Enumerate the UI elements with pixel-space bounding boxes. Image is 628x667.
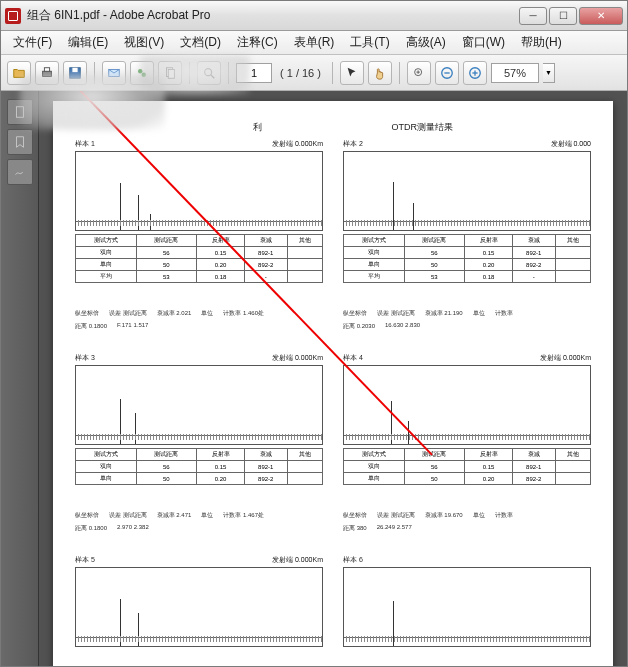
data-table: 测试方式测试距离反射率衰减其他 双向560.15892-1 单向500.2089… <box>343 234 591 283</box>
bookmarks-button[interactable] <box>7 129 33 155</box>
maximize-button[interactable]: ☐ <box>549 7 577 25</box>
hand-tool-button[interactable] <box>368 61 392 85</box>
menu-tool[interactable]: 工具(T) <box>342 31 397 54</box>
chart-title: 样本 2 <box>343 139 363 149</box>
svg-point-6 <box>142 72 146 76</box>
titlebar: 组合 6IN1.pdf - Adobe Acrobat Pro ─ ☐ ✕ <box>1 1 627 31</box>
svg-rect-0 <box>43 71 52 76</box>
save-button[interactable] <box>63 61 87 85</box>
menu-form[interactable]: 表单(R) <box>286 31 343 54</box>
menu-edit[interactable]: 编辑(E) <box>60 31 116 54</box>
svg-point-5 <box>138 69 142 73</box>
marquee-zoom-button[interactable] <box>407 61 431 85</box>
chart-panel-2: 样本 2发射端 0.000 测试方式测试距离反射率衰减其他 双向560.1589… <box>343 139 591 283</box>
chart-title: 样本 4 <box>343 353 363 363</box>
toolbar-sep5 <box>399 62 400 84</box>
content-area: 利 OTDR测量结果 样本 1发射端 0.000Km <box>1 91 627 666</box>
chart-panel-4: 样本 4发射端 0.000Km 测试方式测试距离反射率衰减其他 双向560.15… <box>343 353 591 485</box>
data-table: 测试方式测试距离反射率衰减其他 双向560.15892-1 单向500.2089… <box>75 448 323 485</box>
data-table: 测试方式测试距离反射率衰减其他 双向560.15892-1 单向500.2089… <box>343 448 591 485</box>
app-window: 组合 6IN1.pdf - Adobe Acrobat Pro ─ ☐ ✕ 文件… <box>0 0 628 667</box>
print-button[interactable] <box>35 61 59 85</box>
chart-range: 发射端 0.000 <box>551 139 591 149</box>
toolbar-sep <box>94 62 95 84</box>
pages-thumbnail-button[interactable] <box>7 99 33 125</box>
select-tool-button[interactable] <box>340 61 364 85</box>
chart-title: 样本 3 <box>75 353 95 363</box>
page-total-label: ( 1 / 16 ) <box>276 67 325 79</box>
menu-file[interactable]: 文件(F) <box>5 31 60 54</box>
svg-rect-19 <box>16 107 23 118</box>
acrobat-icon <box>5 8 21 24</box>
document-viewport[interactable]: 利 OTDR测量结果 样本 1发射端 0.000Km <box>39 91 627 666</box>
chart-range: 发射端 0.000Km <box>272 139 323 149</box>
menu-advanced[interactable]: 高级(A) <box>398 31 454 54</box>
chart-title: 样本 1 <box>75 139 95 149</box>
signatures-button[interactable] <box>7 159 33 185</box>
summary-row-2: 纵坐标倍误差 测试距离衰减率 2.471单位计数率 1.467处 距离 0.18… <box>75 507 591 533</box>
doc-header-left: 利 <box>253 121 262 134</box>
chart-row-2: 样本 3发射端 0.000Km 测试方式测试距离反射率衰减其他 双向560.15… <box>75 353 591 485</box>
page-number-input[interactable] <box>236 63 272 83</box>
menu-view[interactable]: 视图(V) <box>116 31 172 54</box>
zoom-out-button[interactable] <box>435 61 459 85</box>
open-button[interactable] <box>7 61 31 85</box>
nav-panel <box>1 91 39 666</box>
spectrum-chart <box>75 567 323 647</box>
toolbar-sep2 <box>189 62 190 84</box>
spectrum-chart <box>343 151 591 231</box>
minimize-button[interactable]: ─ <box>519 7 547 25</box>
svg-point-9 <box>205 68 212 75</box>
chart-range: 发射端 0.000Km <box>272 555 323 565</box>
pages-button[interactable] <box>158 61 182 85</box>
menu-help[interactable]: 帮助(H) <box>513 31 570 54</box>
zoom-in-button[interactable] <box>463 61 487 85</box>
chart-panel-1: 样本 1发射端 0.000Km 测试方式测试距离反射率衰减其他 双向560.15… <box>75 139 323 283</box>
svg-rect-1 <box>44 67 49 71</box>
chart-panel-3: 样本 3发射端 0.000Km 测试方式测试距离反射率衰减其他 双向560.15… <box>75 353 323 485</box>
chart-panel-6: 样本 6 <box>343 555 591 650</box>
svg-rect-8 <box>168 69 174 78</box>
toolbar-sep4 <box>332 62 333 84</box>
pdf-page: 利 OTDR测量结果 样本 1发射端 0.000Km <box>53 101 613 666</box>
email-button[interactable] <box>102 61 126 85</box>
chart-title: 样本 5 <box>75 555 95 565</box>
menu-comment[interactable]: 注释(C) <box>229 31 286 54</box>
doc-header-right: OTDR测量结果 <box>392 121 454 134</box>
chart-row-3: 样本 5发射端 0.000Km 样本 6 <box>75 555 591 650</box>
close-button[interactable]: ✕ <box>579 7 623 25</box>
summary-row-1: 纵坐标倍误差 测试距离衰减率 2.021单位计数率 1.460处 距离 0.18… <box>75 305 591 331</box>
menu-window[interactable]: 窗口(W) <box>454 31 513 54</box>
chart-panel-5: 样本 5发射端 0.000Km <box>75 555 323 650</box>
toolbar-sep3 <box>228 62 229 84</box>
spectrum-chart <box>343 567 591 647</box>
menubar: 文件(F) 编辑(E) 视图(V) 文档(D) 注释(C) 表单(R) 工具(T… <box>1 31 627 55</box>
chart-row-1: 样本 1发射端 0.000Km 测试方式测试距离反射率衰减其他 双向560.15… <box>75 139 591 283</box>
spectrum-chart <box>75 365 323 445</box>
window-title: 组合 6IN1.pdf - Adobe Acrobat Pro <box>27 7 519 24</box>
zoom-level-display[interactable]: 57% <box>491 63 539 83</box>
svg-line-10 <box>211 74 215 78</box>
spectrum-chart <box>75 151 323 231</box>
find-button[interactable] <box>197 61 221 85</box>
window-buttons: ─ ☐ ✕ <box>519 7 623 25</box>
collab-button[interactable] <box>130 61 154 85</box>
toolbar: ( 1 / 16 ) 57% ▼ <box>1 55 627 91</box>
svg-rect-3 <box>72 67 77 71</box>
spectrum-chart <box>343 365 591 445</box>
data-table: 测试方式测试距离反射率衰减其他 双向560.15892-1 单向500.2089… <box>75 234 323 283</box>
chart-range: 发射端 0.000Km <box>540 353 591 363</box>
chart-range: 发射端 0.000Km <box>272 353 323 363</box>
menu-document[interactable]: 文档(D) <box>172 31 229 54</box>
chart-title: 样本 6 <box>343 555 363 565</box>
zoom-dropdown[interactable]: ▼ <box>543 63 555 83</box>
